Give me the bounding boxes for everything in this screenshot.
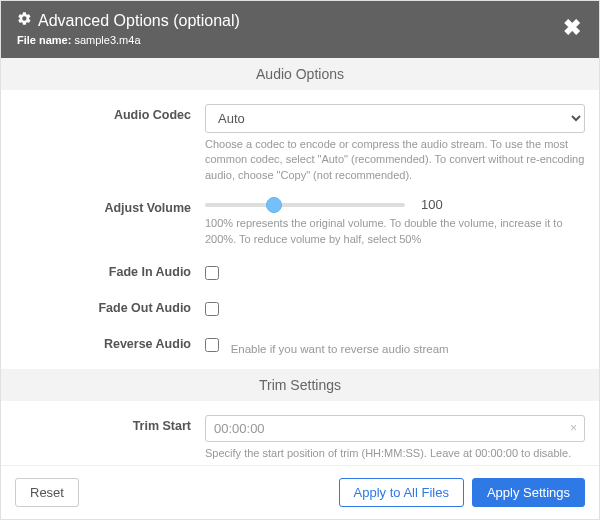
- label-trim-start: Trim Start: [15, 415, 205, 433]
- fade-in-checkbox[interactable]: [205, 266, 219, 280]
- trim-start-input[interactable]: [205, 415, 585, 442]
- apply-to-all-button[interactable]: Apply to All Files: [339, 478, 464, 507]
- row-fade-out: Fade Out Audio: [15, 297, 585, 319]
- file-name-label: File name:: [17, 34, 71, 46]
- modal-subtitle: File name: sample3.m4a: [17, 34, 583, 46]
- help-adjust-volume: 100% represents the original volume. To …: [205, 216, 585, 247]
- modal-title: Advanced Options (optional): [38, 12, 240, 30]
- section-trim-settings: Trim Settings: [1, 369, 599, 401]
- modal-footer: Reset Apply to All Files Apply Settings: [1, 465, 599, 519]
- row-fade-in: Fade In Audio: [15, 261, 585, 283]
- help-audio-codec: Choose a codec to encode or compress the…: [205, 137, 585, 183]
- gear-icon: [17, 11, 32, 30]
- reset-button[interactable]: Reset: [15, 478, 79, 507]
- advanced-options-modal: Advanced Options (optional) File name: s…: [0, 0, 600, 520]
- section-audio-options: Audio Options: [1, 58, 599, 90]
- row-reverse-audio: Reverse Audio Enable if you want to reve…: [15, 333, 585, 355]
- label-adjust-volume: Adjust Volume: [15, 197, 205, 215]
- help-trim-start: Specify the start position of trim (HH:M…: [205, 446, 585, 461]
- label-reverse-audio: Reverse Audio: [15, 333, 205, 351]
- modal-body: Audio Options Audio Codec Auto Choose a …: [1, 58, 599, 465]
- row-trim-start: Trim Start × Specify the start position …: [15, 415, 585, 461]
- label-audio-codec: Audio Codec: [15, 104, 205, 122]
- row-audio-codec: Audio Codec Auto Choose a codec to encod…: [15, 104, 585, 183]
- volume-slider[interactable]: [205, 203, 405, 207]
- modal-title-row: Advanced Options (optional): [17, 11, 583, 30]
- clear-trim-start-icon[interactable]: ×: [570, 421, 577, 435]
- modal-header: Advanced Options (optional) File name: s…: [1, 1, 599, 58]
- label-fade-out: Fade Out Audio: [15, 297, 205, 315]
- volume-value: 100: [421, 197, 461, 212]
- close-icon[interactable]: ✖: [563, 17, 581, 39]
- apply-settings-button[interactable]: Apply Settings: [472, 478, 585, 507]
- label-fade-in: Fade In Audio: [15, 261, 205, 279]
- fade-out-checkbox[interactable]: [205, 302, 219, 316]
- file-name-value: sample3.m4a: [74, 34, 140, 46]
- audio-codec-select[interactable]: Auto: [205, 104, 585, 133]
- row-adjust-volume: Adjust Volume 100 100% represents the or…: [15, 197, 585, 247]
- help-reverse-audio: Enable if you want to reverse audio stre…: [231, 343, 449, 355]
- reverse-audio-checkbox[interactable]: [205, 338, 219, 352]
